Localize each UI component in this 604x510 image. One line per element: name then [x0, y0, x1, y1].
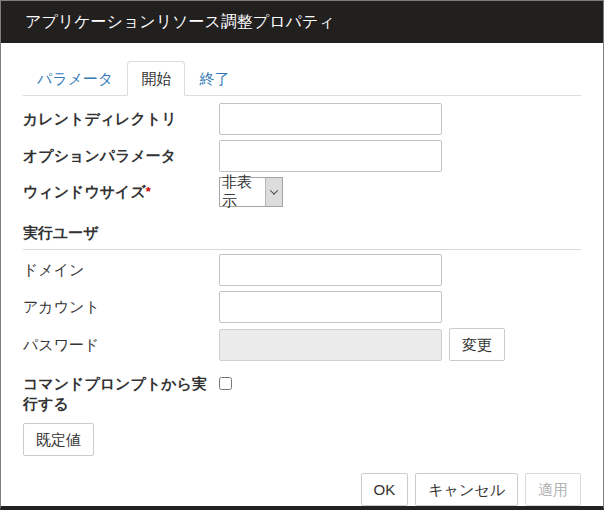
tab-end[interactable]: 終了	[185, 61, 243, 96]
account-input[interactable]	[219, 291, 442, 323]
window-size-label: ウィンドウサイズ*	[23, 182, 219, 202]
password-label: パスワード	[23, 335, 219, 355]
current-directory-row: カレントディレクトリ	[23, 103, 581, 135]
tab-parameter[interactable]: パラメータ	[23, 61, 127, 96]
exec-user-section-header: 実行ユーザ	[23, 224, 581, 250]
tab-bar: パラメータ 開始 終了	[23, 61, 581, 96]
section-divider	[23, 249, 581, 250]
option-parameter-label: オプションパラメータ	[23, 146, 219, 166]
account-label: アカウント	[23, 297, 219, 317]
current-directory-label: カレントディレクトリ	[23, 109, 219, 129]
default-row: 既定値	[23, 423, 581, 456]
apply-button[interactable]: 適用	[525, 473, 581, 506]
window-size-row: ウィンドウサイズ* 非表示	[23, 177, 581, 207]
required-mark: *	[146, 184, 151, 199]
account-row: アカウント	[23, 291, 581, 323]
cancel-button[interactable]: キャンセル	[415, 473, 518, 506]
chevron-down-icon	[265, 178, 282, 206]
application-resource-properties-dialog: アプリケーションリソース調整プロパティ パラメータ 開始 終了 カレントディレク…	[0, 0, 604, 510]
domain-row: ドメイン	[23, 254, 581, 286]
window-size-selected-value: 非表示	[220, 178, 265, 206]
command-prompt-row: コマンドプロンプトから実行する	[23, 374, 581, 414]
window-size-select[interactable]: 非表示	[219, 177, 283, 207]
default-button[interactable]: 既定値	[23, 423, 94, 456]
change-password-button[interactable]: 変更	[449, 328, 505, 361]
exec-user-section-title: 実行ユーザ	[23, 224, 581, 243]
dialog-title: アプリケーションリソース調整プロパティ	[1, 1, 603, 43]
password-input	[219, 329, 442, 361]
option-parameter-row: オプションパラメータ	[23, 140, 581, 172]
command-prompt-checkbox[interactable]	[219, 377, 232, 390]
command-prompt-label: コマンドプロンプトから実行する	[23, 374, 219, 414]
password-row: パスワード 変更	[23, 328, 581, 361]
ok-button[interactable]: OK	[361, 473, 409, 506]
footer-button-bar: OK キャンセル 適用	[23, 473, 581, 506]
option-parameter-input[interactable]	[219, 140, 442, 172]
tab-start[interactable]: 開始	[127, 61, 185, 96]
domain-label: ドメイン	[23, 260, 219, 280]
domain-input[interactable]	[219, 254, 442, 286]
current-directory-input[interactable]	[219, 103, 442, 135]
